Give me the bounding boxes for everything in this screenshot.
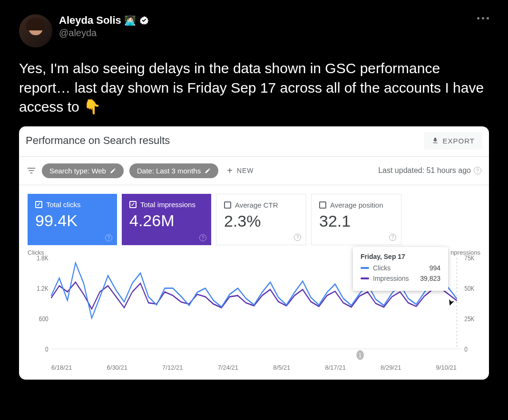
tooltip-date: Friday, Sep 17 — [361, 253, 440, 260]
checkbox-icon — [319, 201, 326, 209]
checkbox-icon — [129, 201, 137, 208]
svg-text:600: 600 — [39, 315, 49, 323]
chart-tooltip: Friday, Sep 17 Clicks994 Impressions39,8… — [353, 247, 448, 291]
checkbox-icon — [224, 201, 231, 209]
svg-text:1.2K: 1.2K — [37, 284, 48, 292]
chip-label: Search type: Web — [49, 167, 106, 175]
filter-icon[interactable] — [27, 166, 36, 175]
pencil-icon — [205, 168, 211, 174]
export-button[interactable]: EXPORT — [424, 132, 482, 150]
tweet-body: Yes, I'm also seeing delays in the data … — [19, 59, 489, 117]
download-icon — [431, 137, 439, 144]
avatar[interactable] — [19, 14, 52, 48]
handle[interactable]: @aleyda — [59, 28, 149, 38]
help-icon[interactable]: ? — [199, 234, 206, 241]
impressions-value: 4.26M — [129, 211, 204, 230]
ctr-value: 2.3% — [224, 212, 298, 230]
chip-label: Date: Last 3 months — [137, 167, 201, 175]
clicks-value: 99.4K — [35, 211, 109, 230]
export-label: EXPORT — [443, 137, 475, 145]
svg-text:0: 0 — [45, 345, 49, 353]
last-updated: Last updated: 51 hours ago ? — [378, 166, 481, 175]
svg-text:50K: 50K — [464, 284, 474, 292]
help-icon[interactable]: ? — [474, 167, 481, 174]
laptop-emoji: 👩🏻‍💻 — [124, 15, 136, 26]
embedded-image[interactable]: Performance on Search results EXPORT Sea… — [19, 126, 489, 380]
add-filter-button[interactable]: + NEW — [227, 166, 254, 175]
metric-ctr[interactable]: Average CTR 2.3% ? — [216, 194, 306, 245]
checkbox-icon — [35, 201, 42, 208]
y-right-label: npressions — [450, 249, 480, 256]
page-title: Performance on Search results — [26, 134, 170, 147]
help-icon[interactable]: ? — [294, 234, 301, 241]
display-name[interactable]: Aleyda Solis — [59, 14, 121, 27]
pencil-icon — [110, 168, 116, 174]
y-left-label: Clicks — [28, 249, 44, 256]
help-icon[interactable]: ? — [389, 234, 396, 241]
metric-position[interactable]: Average position 32.1 ? — [311, 194, 401, 245]
search-type-chip[interactable]: Search type: Web — [42, 163, 124, 178]
position-value: 32.1 — [319, 212, 393, 230]
date-chip[interactable]: Date: Last 3 months — [129, 163, 218, 178]
svg-text:1: 1 — [359, 352, 361, 358]
chart[interactable]: Clicks npressions 1.8K1.2K6000 75K50K25K… — [19, 248, 489, 380]
metric-impressions[interactable]: Total impressions 4.26M ? — [122, 194, 211, 245]
new-label: NEW — [237, 167, 254, 174]
help-icon[interactable]: ? — [105, 234, 112, 241]
more-menu-button[interactable] — [477, 14, 489, 19]
x-axis-labels: 6/18/216/30/217/12/217/24/218/5/218/17/2… — [28, 364, 480, 371]
svg-text:0: 0 — [464, 345, 468, 353]
plus-icon: + — [227, 166, 233, 175]
metric-clicks[interactable]: Total clicks 99.4K ? — [28, 194, 117, 245]
verified-badge-icon — [139, 15, 149, 26]
svg-text:25K: 25K — [464, 315, 474, 323]
